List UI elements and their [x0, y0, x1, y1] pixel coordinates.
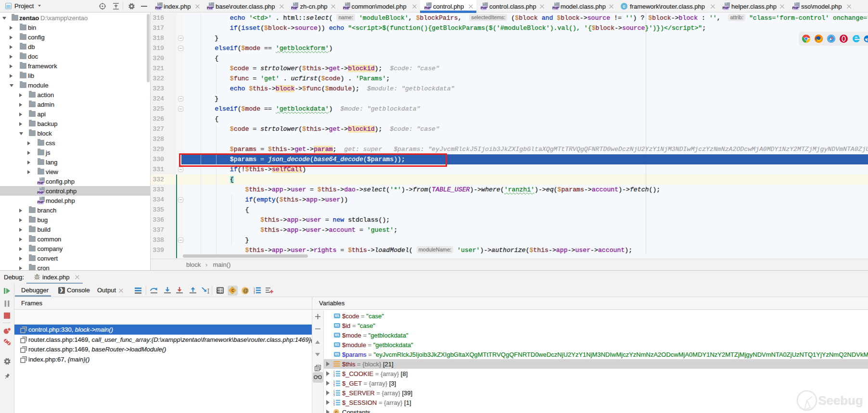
svg-text:3: 3	[333, 385, 335, 387]
svg-text:3: 3	[333, 394, 335, 396]
svg-text:3: 3	[333, 404, 335, 406]
svg-text:3: 3	[333, 375, 335, 377]
svg-text:3: 3	[254, 291, 255, 294]
